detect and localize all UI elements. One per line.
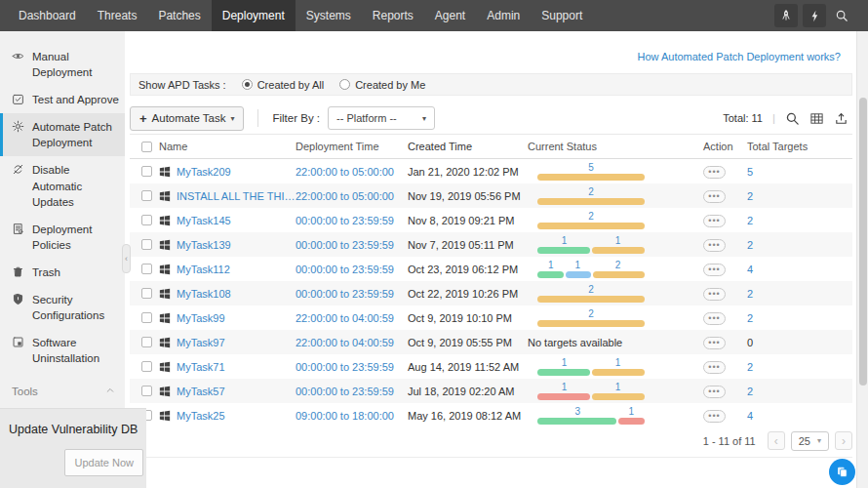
deployment-time-link[interactable]: 22:00:00 to 04:00:59 <box>296 337 394 348</box>
status-count-link[interactable]: 1 <box>591 357 645 369</box>
sidebar-item-disable-automatic-updates[interactable]: Disable Automatic Updates <box>0 156 125 215</box>
task-name-link[interactable]: MyTask209 <box>177 166 231 178</box>
column-header-total-targets[interactable]: Total Targets <box>747 141 852 152</box>
table-row[interactable]: MyTask99 22:00:00 to 04:00:59 Oct 9, 201… <box>130 305 852 330</box>
status-segment-yellow[interactable] <box>537 198 645 205</box>
table-row[interactable]: MyTask71 00:00:00 to 23:59:59 Aug 14, 20… <box>130 354 852 379</box>
status-segment-yellow[interactable] <box>592 247 645 254</box>
nav-tab-deployment[interactable]: Deployment <box>212 0 296 31</box>
status-count-link[interactable]: 1 <box>565 260 592 271</box>
status-bar[interactable]: 11 <box>537 382 645 400</box>
select-all-checkbox[interactable] <box>141 142 152 152</box>
next-page-button[interactable]: › <box>835 431 852 450</box>
status-segment-yellow[interactable] <box>537 223 645 229</box>
nav-tab-patches[interactable]: Patches <box>147 0 211 31</box>
export-icon[interactable] <box>834 111 848 126</box>
table-row[interactable]: MyTask112 00:00:00 to 23:59:59 Oct 23, 2… <box>130 257 852 281</box>
platform-filter-select[interactable]: -- Platform -- ▾ <box>328 106 435 130</box>
status-count-link[interactable]: 2 <box>537 308 645 320</box>
row-checkbox[interactable] <box>141 215 152 225</box>
status-count-link[interactable]: 2 <box>537 284 645 296</box>
deployment-time-link[interactable]: 22:00:00 to 04:00:59 <box>296 312 394 324</box>
status-count-link[interactable]: 1 <box>537 382 591 393</box>
column-chooser-icon[interactable] <box>809 111 824 126</box>
nav-tab-dashboard[interactable]: Dashboard <box>8 0 87 31</box>
status-segment-yellow[interactable] <box>593 271 645 278</box>
row-actions-button[interactable]: ••• <box>703 337 726 349</box>
nav-tab-reports[interactable]: Reports <box>362 0 424 31</box>
task-name-link[interactable]: MyTask112 <box>177 264 230 275</box>
update-now-button[interactable]: Update Now <box>64 449 143 476</box>
status-bar[interactable]: 11 <box>537 357 645 376</box>
task-name-link[interactable]: INSTALL ALL THE THINGS <box>177 190 296 202</box>
total-targets-link[interactable]: 2 <box>747 312 753 324</box>
deployment-time-link[interactable]: 00:00:00 to 23:59:59 <box>296 239 394 251</box>
task-name-link[interactable]: MyTask139 <box>177 239 231 251</box>
status-bar[interactable]: 11 <box>537 235 645 254</box>
column-header-deployment-time[interactable]: Deployment Time <box>296 141 408 152</box>
table-row[interactable]: MyTask97 22:00:00 to 04:00:59 Oct 9, 201… <box>130 330 852 354</box>
status-segment-yellow[interactable] <box>537 296 645 303</box>
status-count-link[interactable]: 1 <box>537 260 565 271</box>
status-segment-red[interactable] <box>618 418 645 425</box>
status-bar[interactable]: 31 <box>537 406 645 425</box>
deployment-time-link[interactable]: 00:00:00 to 23:59:59 <box>296 215 394 226</box>
radio-button-selected[interactable] <box>242 79 253 90</box>
row-checkbox[interactable] <box>141 288 152 299</box>
help-link[interactable]: How Automated Patch Deployment works? <box>638 51 842 62</box>
total-targets-link[interactable]: 2 <box>747 361 753 373</box>
nav-tab-threats[interactable]: Threats <box>87 0 148 31</box>
table-row[interactable]: MyTask25 09:00:00 to 18:00:00 May 16, 20… <box>130 403 852 427</box>
sidebar-item-manual-deployment[interactable]: Manual Deployment <box>0 43 125 86</box>
table-row[interactable]: MyTask139 00:00:00 to 23:59:59 Nov 7, 20… <box>130 232 852 257</box>
total-targets-link[interactable]: 2 <box>747 190 753 202</box>
row-checkbox[interactable] <box>141 312 152 323</box>
row-checkbox[interactable] <box>141 166 152 177</box>
total-targets-link[interactable]: 2 <box>747 215 753 226</box>
tools-section-header[interactable]: Tools <box>0 378 125 401</box>
lightning-icon[interactable] <box>803 4 826 27</box>
nav-tab-support[interactable]: Support <box>531 0 593 31</box>
status-count-link[interactable]: 2 <box>537 211 645 223</box>
row-actions-button[interactable]: ••• <box>703 361 726 374</box>
column-header-current-status[interactable]: Current Status <box>528 141 703 152</box>
row-actions-button[interactable]: ••• <box>703 288 726 301</box>
status-segment-blue[interactable] <box>566 271 592 278</box>
deployment-time-link[interactable]: 09:00:00 to 18:00:00 <box>296 410 394 422</box>
status-segment-yellow[interactable] <box>537 320 645 327</box>
radio-created-by-me[interactable]: Created by Me <box>339 79 425 91</box>
column-header-name[interactable]: Name <box>159 141 296 152</box>
deployment-time-link[interactable]: 22:00:00 to 05:00:00 <box>296 190 394 202</box>
radio-created-by-all[interactable]: Created by All <box>242 79 324 91</box>
total-targets-link[interactable]: 4 <box>747 410 753 422</box>
prev-page-button[interactable]: ‹ <box>768 431 785 450</box>
sidebar-item-trash[interactable]: Trash <box>0 259 125 286</box>
page-size-select[interactable]: 25 ▾ <box>791 431 829 451</box>
rocket-icon[interactable] <box>774 4 798 27</box>
status-bar[interactable]: 2 <box>537 211 645 229</box>
sidebar-item-security-configurations[interactable]: Security Configurations <box>0 286 125 329</box>
row-checkbox[interactable] <box>141 239 152 250</box>
row-actions-button[interactable]: ••• <box>703 264 726 276</box>
status-count-link[interactable]: 2 <box>537 186 645 198</box>
table-row[interactable]: MyTask108 00:00:00 to 23:59:59 Oct 22, 2… <box>130 281 852 305</box>
row-actions-button[interactable]: ••• <box>703 215 726 227</box>
nav-tab-admin[interactable]: Admin <box>476 0 531 31</box>
status-bar[interactable]: 2 <box>537 284 645 303</box>
task-name-link[interactable]: MyTask25 <box>177 410 225 422</box>
status-bar[interactable]: 2 <box>537 308 645 327</box>
deployment-time-link[interactable]: 22:00:00 to 05:00:00 <box>296 166 394 178</box>
scrollbar-thumb[interactable] <box>859 98 867 386</box>
table-row[interactable]: MyTask145 00:00:00 to 23:59:59 Nov 8, 20… <box>130 208 852 232</box>
status-count-link[interactable]: 1 <box>537 235 591 247</box>
row-checkbox[interactable] <box>141 386 152 396</box>
row-actions-button[interactable]: ••• <box>703 312 726 325</box>
status-segment-yellow[interactable] <box>592 369 645 376</box>
table-row[interactable]: MyTask57 00:00:00 to 23:59:59 Jul 18, 20… <box>130 379 852 403</box>
task-name-link[interactable]: MyTask97 <box>177 337 225 348</box>
task-name-link[interactable]: MyTask71 <box>177 361 225 373</box>
table-search-icon[interactable] <box>785 111 800 126</box>
row-actions-button[interactable]: ••• <box>703 386 726 398</box>
task-name-link[interactable]: MyTask145 <box>177 215 231 226</box>
task-name-link[interactable]: MyTask99 <box>177 312 225 324</box>
